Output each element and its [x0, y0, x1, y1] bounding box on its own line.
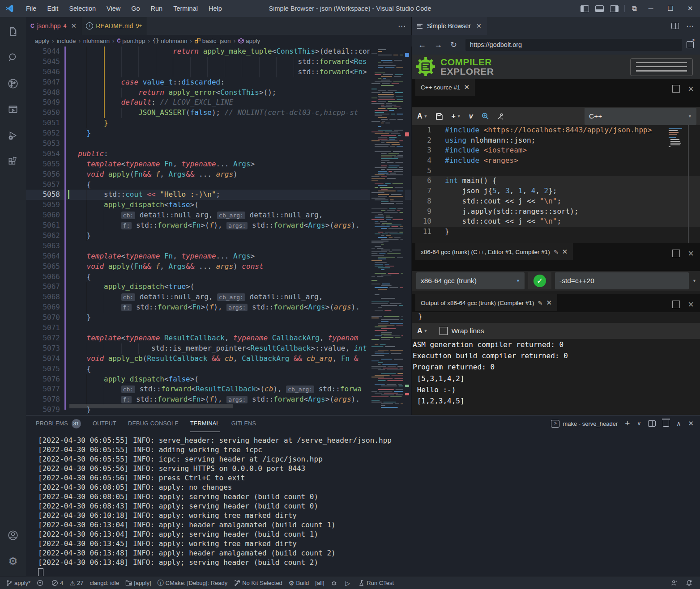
code-line-5075[interactable]: 5075 {	[26, 364, 411, 374]
toggle-sidebar-icon[interactable]	[580, 5, 589, 12]
code-editor[interactable]: 5044 return apply_make_tuple<ConstThis>(…	[26, 47, 411, 415]
debug-icon[interactable]	[0, 124, 26, 147]
breadcrumb-item-nlohmann[interactable]: {}nlohmann	[153, 38, 188, 44]
maximize-button[interactable]: ☐	[661, 0, 680, 17]
code-line-5068[interactable]: 5068 cb: detail::null_arg, cb_arg: detai…	[26, 292, 411, 302]
browser-more-actions-icon[interactable]: ⋯	[686, 21, 694, 31]
code-line-5049[interactable]: 5049 default: // LCOV_EXCL_LINE	[26, 97, 411, 108]
editor-more-actions[interactable]: ⋯	[398, 17, 406, 35]
zoom-search-icon[interactable]	[481, 112, 489, 120]
reload-icon[interactable]: ↻	[450, 40, 457, 50]
account-icon[interactable]	[0, 524, 26, 547]
ce-code-line-3[interactable]: 3#include <iostream>	[412, 145, 700, 156]
code-line-5057[interactable]: 5057 {	[26, 180, 411, 190]
ce-code-line-2[interactable]: 2using nlohmann::json;	[412, 136, 700, 146]
breadcrumb-item-apply[interactable]: apply	[35, 38, 49, 44]
code-line-5077[interactable]: 5077 cb: std::forward<ResultCallback>(cb…	[26, 384, 411, 394]
close-button[interactable]: ✕	[680, 0, 700, 17]
close-icon[interactable]: ✕	[476, 22, 482, 30]
close-pane-icon[interactable]: ×	[688, 301, 694, 308]
breadcrumb-item-nlohmann[interactable]: nlohmann	[83, 38, 110, 44]
language-select[interactable]: C++ ▼	[585, 108, 696, 125]
close-icon[interactable]: ✕	[464, 83, 470, 91]
breadcrumb-item-json.hpp[interactable]: C̈json.hpp	[117, 38, 145, 44]
ce-code-line-8[interactable]: 8 std::cout << j << "\n";	[412, 196, 700, 207]
panel-tab-debug-console[interactable]: DEBUG CONSOLE	[128, 415, 179, 432]
vim-mode-icon[interactable]: v	[469, 112, 473, 120]
extensions-icon[interactable]	[0, 150, 26, 173]
compiler-options-input[interactable]: -std=c++20	[555, 272, 689, 289]
editor-tab-json.hpp[interactable]: C̈json.hpp4✕	[26, 17, 81, 35]
ce-code-line-4[interactable]: 4#include <ranges>	[412, 156, 700, 166]
panel-tab-terminal[interactable]: TERMINAL	[190, 415, 220, 432]
maximize-panel-icon[interactable]: ∧	[676, 420, 681, 427]
close-pane-icon[interactable]: ×	[688, 85, 694, 92]
status-item[interactable]: ▷	[342, 576, 355, 589]
code-line-5070[interactable]: 5070 }	[26, 313, 411, 323]
close-panel-icon[interactable]: ✕	[688, 420, 694, 428]
code-line-5044[interactable]: 5044 return apply_make_tuple<ConstThis>(…	[26, 47, 411, 57]
editor-tab-README.md[interactable]: iREADME.md9+	[81, 17, 147, 35]
status-item[interactable]	[683, 576, 697, 589]
status-item[interactable]	[34, 576, 48, 589]
status-item-clangd-idle[interactable]: clangd: idle	[86, 576, 122, 589]
code-line-5078[interactable]: 5078 f: std::forward<Fn>(f), args: std::…	[26, 394, 411, 405]
close-icon[interactable]: ✕	[546, 299, 552, 307]
code-line-5059[interactable]: 5059 apply_dispatch<false>(	[26, 200, 411, 210]
toggle-panel-icon[interactable]	[595, 5, 604, 12]
code-line-5055[interactable]: 5055 template<typename Fn, typename... A…	[26, 159, 411, 169]
split-editor-icon[interactable]	[671, 23, 679, 29]
panel-tab-output[interactable]: OUTPUT	[93, 415, 116, 432]
code-line-5074[interactable]: 5074 void apply_cb(ResultCallback && cb,…	[26, 354, 411, 364]
status-item[interactable]	[668, 576, 683, 589]
toggle-secondary-sidebar-icon[interactable]	[610, 5, 619, 12]
wrap-lines-checkbox[interactable]	[440, 327, 448, 335]
menu-view[interactable]: View	[101, 0, 126, 17]
code-line-5072[interactable]: 5072 template<typename ResultCallback, t…	[26, 333, 411, 343]
menu-terminal[interactable]: Terminal	[168, 0, 203, 17]
panel-tab-gitlens[interactable]: GITLENS	[231, 415, 256, 432]
code-line-5056[interactable]: 5056 void apply(Fn&& f, Args&& ... args)	[26, 169, 411, 180]
back-icon[interactable]: ←	[418, 40, 426, 50]
ce-source-tab[interactable]: C++ source #1✕	[415, 79, 475, 96]
close-pane-icon[interactable]: ×	[688, 250, 694, 257]
new-terminal-icon[interactable]: +	[625, 419, 630, 428]
rename-icon[interactable]: ✎	[554, 249, 559, 255]
terminal-dropdown-icon[interactable]: ∨	[637, 420, 641, 427]
search-icon[interactable]	[0, 47, 26, 69]
ce-code-line-7[interactable]: 7 json j{5, 3, 1, 4, 2};	[412, 186, 700, 196]
explorer-icon[interactable]	[0, 21, 26, 43]
code-line-5054[interactable]: 5054 public:	[26, 149, 411, 159]
pin-icon[interactable]	[497, 113, 505, 120]
status-item[interactable]	[328, 576, 342, 589]
code-line-5076[interactable]: 5076 apply_dispatch<false>(	[26, 374, 411, 385]
menu-go[interactable]: Go	[126, 0, 145, 17]
menu-file[interactable]: File	[21, 0, 42, 17]
forward-icon[interactable]: →	[434, 40, 442, 50]
status-item--apply-[interactable]: [apply]	[122, 576, 154, 589]
panel-tab-problems[interactable]: PROBLEMS31	[36, 415, 81, 432]
status-item-27[interactable]: ⚠27	[66, 576, 86, 589]
code-line-5064[interactable]: 5064 template<typename Fn, typename... A…	[26, 251, 411, 262]
ce-code-line-1[interactable]: 1#include <https://localhost:8443/apply/…	[412, 125, 700, 136]
ce-editor-scrollbar[interactable]	[688, 125, 689, 243]
simple-browser-tab[interactable]: Simple Browser ✕	[412, 17, 487, 35]
status-item-cmake-debug-ready[interactable]: ⓘCMake: [Debug]: Ready	[154, 576, 231, 589]
code-line-5073[interactable]: 5073 std::is_member_pointer<ResultCallba…	[26, 343, 411, 354]
code-line-5045[interactable]: 5045 std::forward<Res	[26, 57, 411, 67]
add-pane-icon[interactable]: +▼	[451, 112, 461, 120]
split-terminal-icon[interactable]	[648, 420, 656, 427]
code-line-5067[interactable]: 5067 apply_dispatch<true>(	[26, 282, 411, 292]
code-line-5051[interactable]: 5051 }	[26, 118, 411, 128]
ce-code-line-9[interactable]: 9 j.apply(std::ranges::sort);	[412, 207, 700, 217]
status-item-4[interactable]: 4	[48, 576, 66, 589]
terminal-output[interactable]: [2022-04-30 06:05:55] INFO: serve_header…	[38, 436, 392, 579]
code-line-5069[interactable]: 5069 f: std::forward<Fn>(f), args: std::…	[26, 302, 411, 313]
maximize-pane-icon[interactable]	[672, 85, 680, 93]
code-line-5062[interactable]: 5062 }	[26, 231, 411, 241]
compiler-select[interactable]: x86-64 gcc (trunk) ▼	[416, 272, 525, 289]
code-line-5048[interactable]: 5048 return apply_error<ConstThis>();	[26, 88, 411, 98]
ce-compiler-tab[interactable]: x86-64 gcc (trunk) (C++, Editor #1, Comp…	[415, 243, 573, 260]
menu-help[interactable]: Help	[203, 0, 227, 17]
code-line-5047[interactable]: 5047 case value_t::discarded:	[26, 77, 411, 88]
